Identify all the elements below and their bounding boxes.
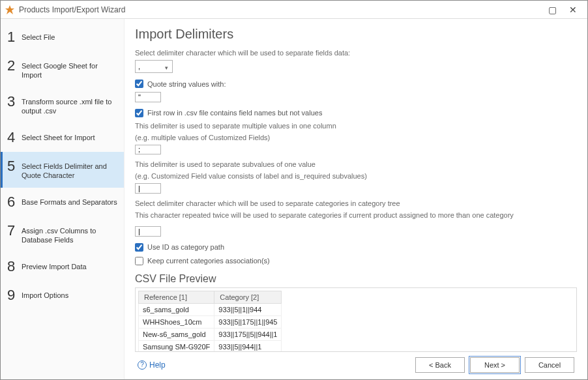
app-icon — [5, 5, 15, 15]
step-transform-xml[interactable]: 3 Transform source .xml file to output .… — [1, 87, 124, 123]
window-title: Products Import/Export Wizard — [19, 5, 542, 14]
close-button[interactable]: ✕ — [563, 5, 583, 15]
cat-delim-label2: This character repeated twice will be us… — [135, 211, 577, 220]
cancel-button[interactable]: Cancel — [525, 357, 574, 373]
table-row: Samsung SM-G920F933||5||944||1 — [139, 340, 282, 352]
maximize-button[interactable]: ▢ — [542, 5, 563, 15]
step-preview-data[interactable]: 8 Preview Import Data — [1, 252, 124, 281]
preview-heading: CSV File Preview — [135, 273, 577, 285]
preview-table: Reference [1] Category [2] s6_sams_gold9… — [138, 291, 282, 352]
help-icon: ? — [138, 360, 147, 370]
step-google-sheet[interactable]: 2 Select Google Sheet for Import — [1, 51, 124, 87]
chevron-down-icon: ▾ — [161, 65, 168, 71]
help-link[interactable]: ? Help — [138, 360, 166, 370]
back-button[interactable]: < Back — [415, 357, 465, 373]
subvalue-delim-label1: This delimiter is used to separate subva… — [135, 160, 577, 169]
field-delim-label: Select delimiter character which will be… — [135, 48, 577, 57]
col-category[interactable]: Category [2] — [214, 291, 282, 303]
step-delimiter-quote[interactable]: 5 Select Fields Delimiter and Quote Char… — [1, 152, 124, 188]
svg-marker-0 — [5, 5, 14, 14]
preview-panel: Reference [1] Category [2] s6_sams_gold9… — [135, 287, 577, 352]
cat-delim-input[interactable] — [135, 226, 161, 237]
multi-delim-label1: This delimiter is used to separate multi… — [135, 121, 577, 130]
first-row-check-input[interactable] — [135, 109, 143, 117]
step-assign-columns[interactable]: 7 Assign .csv Columns to Database Fields — [1, 216, 124, 252]
quote-char-input[interactable] — [135, 92, 161, 102]
multi-delim-label2: (e.g. multiple values of Customized Fiel… — [135, 133, 577, 142]
quote-check[interactable]: Quote string values with: — [135, 80, 577, 88]
next-button[interactable]: Next > — [470, 357, 520, 373]
keep-cat-check[interactable]: Keep current categories association(s) — [135, 257, 577, 265]
main-panel: Import Delimiters Select delimiter chara… — [125, 19, 587, 379]
table-row: s6_sams_gold933||5||1||944 — [139, 303, 282, 315]
step-select-sheet[interactable]: 4 Select Sheet for Import — [1, 123, 124, 152]
table-row: WHHShoes_10cm933||5||175||1||945 — [139, 315, 282, 328]
table-row: New-s6_sams_gold933||175||5||944||1 — [139, 328, 282, 340]
step-import-options[interactable]: 9 Import Options — [1, 281, 124, 310]
subvalue-delim-input[interactable] — [135, 183, 161, 194]
wizard-steps-sidebar: 1 Select File 2 Select Google Sheet for … — [1, 19, 125, 379]
subvalue-delim-label2: (e.g. Customized Field value consists of… — [135, 171, 577, 181]
use-id-check-input[interactable] — [135, 243, 143, 252]
step-select-file[interactable]: 1 Select File — [1, 23, 124, 51]
step-base-formats[interactable]: 6 Base Formats and Separators — [1, 188, 124, 216]
multi-delim-input[interactable] — [135, 145, 161, 155]
page-title: Import Delimiters — [135, 27, 577, 42]
first-row-check[interactable]: First row in .csv file contains field na… — [135, 109, 577, 117]
footer-bar: ? Help < Back Next > Cancel — [135, 352, 577, 375]
quote-check-input[interactable] — [135, 80, 143, 88]
use-id-check[interactable]: Use ID as category path — [135, 243, 577, 252]
titlebar: Products Import/Export Wizard ▢ ✕ — [1, 1, 587, 19]
cat-delim-label1: Select delimiter character which will be… — [135, 199, 577, 208]
col-reference[interactable]: Reference [1] — [139, 291, 214, 303]
keep-cat-check-input[interactable] — [135, 257, 143, 265]
